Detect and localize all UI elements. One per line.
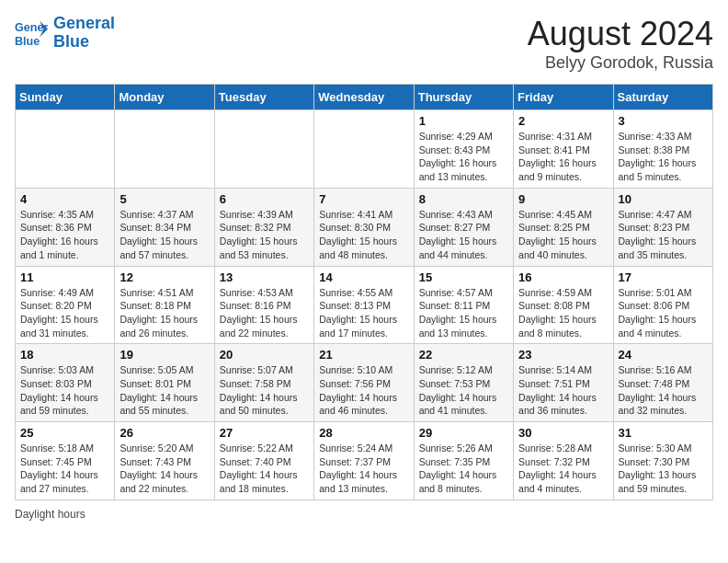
day-cell: 2Sunrise: 4:31 AM Sunset: 8:41 PM Daylig… bbox=[514, 110, 613, 189]
day-number: 28 bbox=[319, 426, 408, 440]
day-cell: 16Sunrise: 4:59 AM Sunset: 8:08 PM Dayli… bbox=[514, 266, 613, 344]
day-info: Sunrise: 5:01 AM Sunset: 8:06 PM Dayligh… bbox=[619, 286, 708, 340]
day-number: 4 bbox=[20, 192, 109, 206]
day-info: Sunrise: 4:47 AM Sunset: 8:23 PM Dayligh… bbox=[619, 208, 708, 262]
day-cell: 17Sunrise: 5:01 AM Sunset: 8:06 PM Dayli… bbox=[613, 266, 712, 344]
day-header-thursday: Thursday bbox=[414, 85, 513, 110]
day-number: 18 bbox=[20, 348, 109, 362]
day-cell: 26Sunrise: 5:20 AM Sunset: 7:43 PM Dayli… bbox=[115, 422, 214, 500]
day-info: Sunrise: 4:37 AM Sunset: 8:34 PM Dayligh… bbox=[119, 208, 209, 262]
day-info: Sunrise: 5:18 AM Sunset: 7:45 PM Dayligh… bbox=[20, 442, 109, 496]
week-row-1: 1Sunrise: 4:29 AM Sunset: 8:43 PM Daylig… bbox=[16, 110, 713, 189]
day-info: Sunrise: 4:35 AM Sunset: 8:36 PM Dayligh… bbox=[20, 208, 109, 262]
day-number: 1 bbox=[419, 114, 508, 128]
day-info: Sunrise: 5:03 AM Sunset: 8:03 PM Dayligh… bbox=[20, 363, 109, 418]
week-row-5: 25Sunrise: 5:18 AM Sunset: 7:45 PM Dayli… bbox=[16, 422, 713, 500]
day-cell: 22Sunrise: 5:12 AM Sunset: 7:53 PM Dayli… bbox=[414, 344, 513, 422]
day-info: Sunrise: 4:59 AM Sunset: 8:08 PM Dayligh… bbox=[518, 286, 608, 340]
footer-text: Daylight hours bbox=[15, 508, 85, 521]
day-info: Sunrise: 4:33 AM Sunset: 8:38 PM Dayligh… bbox=[619, 130, 708, 184]
day-number: 26 bbox=[119, 426, 209, 440]
week-row-2: 4Sunrise: 4:35 AM Sunset: 8:36 PM Daylig… bbox=[16, 188, 713, 266]
day-cell: 20Sunrise: 5:07 AM Sunset: 7:58 PM Dayli… bbox=[214, 344, 313, 422]
day-info: Sunrise: 5:22 AM Sunset: 7:40 PM Dayligh… bbox=[220, 442, 309, 496]
day-number: 27 bbox=[220, 426, 309, 440]
day-number: 30 bbox=[518, 426, 608, 440]
day-info: Sunrise: 5:24 AM Sunset: 7:37 PM Dayligh… bbox=[319, 442, 408, 496]
page-header: General Blue General Blue August 2024 Be… bbox=[15, 15, 713, 73]
day-number: 9 bbox=[518, 192, 608, 206]
day-cell: 29Sunrise: 5:26 AM Sunset: 7:35 PM Dayli… bbox=[414, 422, 513, 500]
day-cell: 5Sunrise: 4:37 AM Sunset: 8:34 PM Daylig… bbox=[115, 188, 214, 266]
day-cell bbox=[115, 110, 214, 189]
day-info: Sunrise: 5:10 AM Sunset: 7:56 PM Dayligh… bbox=[319, 363, 408, 418]
day-header-friday: Friday bbox=[514, 85, 613, 110]
day-number: 13 bbox=[220, 270, 309, 284]
logo: General Blue General Blue bbox=[15, 15, 115, 52]
day-header-wednesday: Wednesday bbox=[314, 85, 414, 110]
footer: Daylight hours bbox=[15, 508, 713, 521]
day-info: Sunrise: 5:12 AM Sunset: 7:53 PM Dayligh… bbox=[419, 363, 508, 418]
day-number: 29 bbox=[419, 426, 508, 440]
day-cell: 4Sunrise: 4:35 AM Sunset: 8:36 PM Daylig… bbox=[16, 188, 115, 266]
day-info: Sunrise: 4:39 AM Sunset: 8:32 PM Dayligh… bbox=[220, 208, 309, 262]
day-cell: 15Sunrise: 4:57 AM Sunset: 8:11 PM Dayli… bbox=[414, 266, 513, 344]
day-cell: 19Sunrise: 5:05 AM Sunset: 8:01 PM Dayli… bbox=[115, 344, 214, 422]
day-cell bbox=[314, 110, 414, 189]
calendar-table: SundayMondayTuesdayWednesdayThursdayFrid… bbox=[15, 84, 713, 500]
day-info: Sunrise: 4:51 AM Sunset: 8:18 PM Dayligh… bbox=[119, 286, 209, 340]
day-cell: 1Sunrise: 4:29 AM Sunset: 8:43 PM Daylig… bbox=[414, 110, 513, 189]
day-cell: 31Sunrise: 5:30 AM Sunset: 7:30 PM Dayli… bbox=[613, 422, 712, 500]
day-cell: 10Sunrise: 4:47 AM Sunset: 8:23 PM Dayli… bbox=[613, 188, 712, 266]
day-cell: 14Sunrise: 4:55 AM Sunset: 8:13 PM Dayli… bbox=[314, 266, 414, 344]
day-info: Sunrise: 4:57 AM Sunset: 8:11 PM Dayligh… bbox=[419, 286, 508, 340]
day-cell bbox=[16, 110, 115, 189]
day-number: 15 bbox=[419, 270, 508, 284]
day-info: Sunrise: 4:31 AM Sunset: 8:41 PM Dayligh… bbox=[518, 130, 608, 184]
day-number: 22 bbox=[419, 348, 508, 362]
day-info: Sunrise: 5:05 AM Sunset: 8:01 PM Dayligh… bbox=[119, 363, 209, 418]
day-cell: 12Sunrise: 4:51 AM Sunset: 8:18 PM Dayli… bbox=[115, 266, 214, 344]
day-number: 25 bbox=[20, 426, 109, 440]
day-info: Sunrise: 5:28 AM Sunset: 7:32 PM Dayligh… bbox=[518, 442, 608, 496]
day-info: Sunrise: 5:30 AM Sunset: 7:30 PM Dayligh… bbox=[619, 442, 708, 496]
day-number: 16 bbox=[518, 270, 608, 284]
day-number: 20 bbox=[220, 348, 309, 362]
day-info: Sunrise: 4:55 AM Sunset: 8:13 PM Dayligh… bbox=[319, 286, 408, 340]
day-cell: 28Sunrise: 5:24 AM Sunset: 7:37 PM Dayli… bbox=[314, 422, 414, 500]
day-number: 17 bbox=[619, 270, 708, 284]
day-header-tuesday: Tuesday bbox=[214, 85, 313, 110]
day-cell: 24Sunrise: 5:16 AM Sunset: 7:48 PM Dayli… bbox=[613, 344, 712, 422]
day-info: Sunrise: 4:29 AM Sunset: 8:43 PM Dayligh… bbox=[419, 130, 508, 184]
day-info: Sunrise: 4:45 AM Sunset: 8:25 PM Dayligh… bbox=[518, 208, 608, 262]
day-number: 21 bbox=[319, 348, 408, 362]
day-info: Sunrise: 4:41 AM Sunset: 8:30 PM Dayligh… bbox=[319, 208, 408, 262]
day-cell: 23Sunrise: 5:14 AM Sunset: 7:51 PM Dayli… bbox=[514, 344, 613, 422]
day-number: 24 bbox=[619, 348, 708, 362]
day-info: Sunrise: 4:49 AM Sunset: 8:20 PM Dayligh… bbox=[20, 286, 109, 340]
day-number: 19 bbox=[119, 348, 209, 362]
title-block: August 2024 Belyy Gorodok, Russia bbox=[528, 15, 713, 73]
day-info: Sunrise: 5:14 AM Sunset: 7:51 PM Dayligh… bbox=[518, 363, 608, 418]
day-cell: 25Sunrise: 5:18 AM Sunset: 7:45 PM Dayli… bbox=[16, 422, 115, 500]
day-info: Sunrise: 4:43 AM Sunset: 8:27 PM Dayligh… bbox=[419, 208, 508, 262]
day-number: 11 bbox=[20, 270, 109, 284]
day-number: 10 bbox=[619, 192, 708, 206]
day-number: 7 bbox=[319, 192, 408, 206]
day-info: Sunrise: 5:07 AM Sunset: 7:58 PM Dayligh… bbox=[220, 363, 309, 418]
day-cell: 7Sunrise: 4:41 AM Sunset: 8:30 PM Daylig… bbox=[314, 188, 414, 266]
calendar-header-row: SundayMondayTuesdayWednesdayThursdayFrid… bbox=[16, 85, 713, 110]
day-number: 12 bbox=[119, 270, 209, 284]
logo-text: General Blue bbox=[53, 15, 115, 52]
day-cell: 13Sunrise: 4:53 AM Sunset: 8:16 PM Dayli… bbox=[214, 266, 313, 344]
calendar-subtitle: Belyy Gorodok, Russia bbox=[528, 53, 713, 73]
day-number: 31 bbox=[619, 426, 708, 440]
day-cell: 9Sunrise: 4:45 AM Sunset: 8:25 PM Daylig… bbox=[514, 188, 613, 266]
day-cell: 3Sunrise: 4:33 AM Sunset: 8:38 PM Daylig… bbox=[613, 110, 712, 189]
day-cell: 30Sunrise: 5:28 AM Sunset: 7:32 PM Dayli… bbox=[514, 422, 613, 500]
day-info: Sunrise: 5:16 AM Sunset: 7:48 PM Dayligh… bbox=[619, 363, 708, 418]
day-number: 23 bbox=[518, 348, 608, 362]
day-cell: 18Sunrise: 5:03 AM Sunset: 8:03 PM Dayli… bbox=[16, 344, 115, 422]
day-number: 6 bbox=[220, 192, 309, 206]
day-number: 14 bbox=[319, 270, 408, 284]
